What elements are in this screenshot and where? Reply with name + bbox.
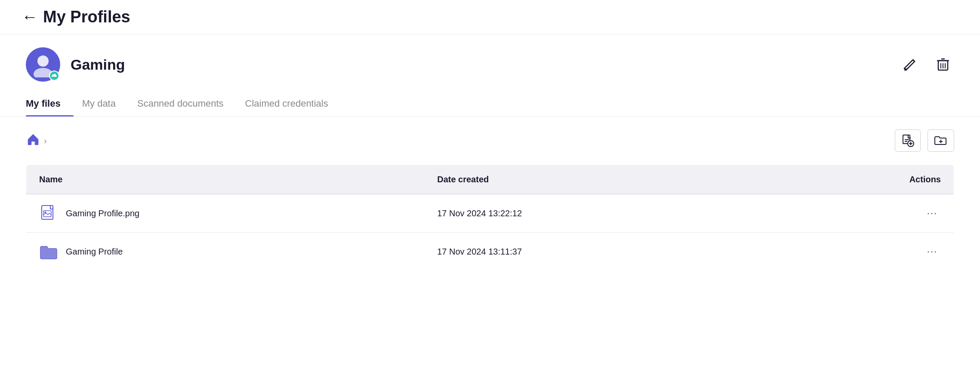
home-svg (26, 132, 40, 147)
new-folder-icon (934, 134, 948, 147)
cloud-badge (49, 71, 59, 81)
breadcrumb-row: › (26, 129, 954, 152)
file-name-cell: Gaming Profile.png (26, 194, 425, 233)
tab-scanned-documents[interactable]: Scanned documents (137, 90, 237, 116)
edit-button[interactable] (899, 53, 921, 77)
tab-my-files[interactable]: My files (26, 90, 74, 116)
folder-type-icon (39, 242, 58, 261)
profile-actions (899, 53, 954, 77)
profile-left: Gaming (26, 47, 125, 82)
image-file-icon (40, 205, 57, 222)
profile-section: Gaming (0, 34, 980, 90)
file-toolbar (895, 129, 954, 152)
table-row: Gaming Profile.png 17 Nov 2024 13:22:12 … (26, 194, 954, 233)
file-actions-cell: ··· (773, 194, 954, 233)
breadcrumb-chevron-icon: › (44, 136, 47, 146)
col-date-created: Date created (424, 165, 772, 194)
table-row: Gaming Profile 17 Nov 2024 13:11:37 ··· (26, 233, 954, 271)
more-actions-button-2[interactable]: ··· (924, 244, 941, 259)
page-title: My Profiles (43, 8, 130, 26)
more-actions-button-1[interactable]: ··· (924, 206, 941, 221)
table-header: Name Date created Actions (26, 165, 954, 194)
file-type-icon (39, 204, 58, 223)
folder-name-cell: Gaming Profile (26, 233, 425, 271)
tab-my-data[interactable]: My data (82, 90, 129, 116)
delete-button[interactable] (932, 53, 954, 77)
tabs-container: My files My data Scanned documents Claim… (0, 90, 980, 117)
new-file-icon (901, 134, 914, 147)
header: ← My Profiles (0, 0, 980, 34)
new-file-button[interactable] (895, 129, 921, 152)
svg-point-0 (37, 55, 49, 67)
profile-name: Gaming (71, 56, 125, 73)
cloud-icon (51, 74, 57, 78)
folder-icon (39, 243, 58, 260)
home-icon[interactable] (26, 132, 40, 150)
col-actions: Actions (773, 165, 954, 194)
table-body: Gaming Profile.png 17 Nov 2024 13:22:12 … (26, 194, 954, 271)
new-folder-button[interactable] (928, 129, 954, 152)
tabs: My files My data Scanned documents Claim… (26, 90, 954, 116)
file-date: 17 Nov 2024 13:22:12 (424, 194, 772, 233)
back-arrow-icon: ← (22, 8, 38, 26)
file-browser: › (0, 117, 980, 284)
breadcrumb: › (26, 132, 47, 150)
avatar-container (26, 47, 60, 82)
back-button[interactable]: ← My Profiles (22, 8, 130, 26)
folder-date: 17 Nov 2024 13:11:37 (424, 233, 772, 271)
edit-icon (903, 56, 918, 72)
file-name: Gaming Profile.png (66, 209, 139, 218)
tab-claimed-credentials[interactable]: Claimed credentials (245, 90, 341, 116)
svg-point-18 (44, 212, 46, 213)
trash-icon (935, 56, 951, 72)
folder-name: Gaming Profile (66, 247, 123, 257)
col-name: Name (26, 165, 425, 194)
folder-actions-cell: ··· (773, 233, 954, 271)
file-table: Name Date created Actions (26, 165, 954, 271)
